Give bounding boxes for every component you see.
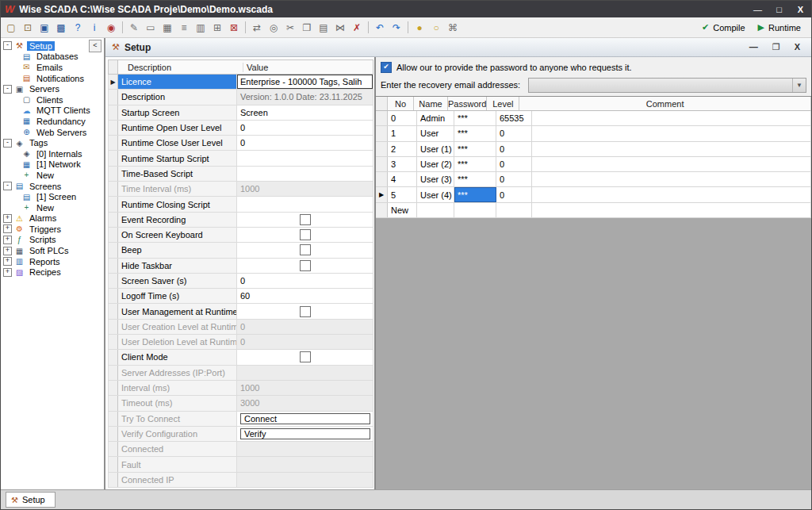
expand-expander-icon[interactable]: + <box>3 247 12 255</box>
user-cell-level[interactable]: 0 <box>496 157 532 171</box>
user-cell-password[interactable]: *** <box>454 142 496 156</box>
user-row[interactable]: 4User (3)***0 <box>376 172 811 187</box>
status-tab-setup[interactable]: ⚒ Setup <box>6 492 56 508</box>
user-cell-name[interactable]: User (2) <box>417 157 454 171</box>
save-icon[interactable]: ▣ <box>36 20 52 35</box>
property-checkbox[interactable] <box>300 306 311 317</box>
user-cell-comment[interactable] <box>532 126 811 140</box>
description-column-header[interactable]: Description <box>118 63 243 72</box>
sidebar-item-screens-new[interactable]: +New <box>1 202 104 213</box>
rectangle-tool-icon[interactable]: ▭ <box>143 20 159 35</box>
sidebar-item-screen-1[interactable]: ▤[1] Screen <box>1 191 104 202</box>
user-cell-name[interactable] <box>417 203 454 217</box>
zoom-icon[interactable]: ◎ <box>266 20 282 35</box>
sidebar-item-reports[interactable]: +▥Reports <box>1 256 104 267</box>
user-cell-name[interactable]: User (1) <box>417 142 454 156</box>
sidebar-item-mqtt-clients[interactable]: ☁MQTT Clients <box>1 105 104 117</box>
info-icon[interactable]: i <box>86 20 102 35</box>
panel-close-button[interactable]: X <box>795 42 800 52</box>
property-value[interactable]: 0 <box>237 136 373 150</box>
property-value[interactable] <box>237 213 373 227</box>
user-cell-name[interactable]: User (4) <box>417 187 454 201</box>
network-icon[interactable]: ⌘ <box>445 20 461 35</box>
user-row[interactable]: 2User (1)***0 <box>376 142 811 157</box>
sidebar-item-alarms[interactable]: +⚠Alarms <box>1 213 104 224</box>
user-cell-no[interactable]: 5 <box>388 187 417 201</box>
sidebar-collapse-button[interactable]: < <box>89 40 102 52</box>
user-cell-name[interactable]: Admin <box>417 111 454 125</box>
user-cell-level[interactable]: 0 <box>496 142 532 156</box>
property-value[interactable] <box>237 151 373 165</box>
user-row[interactable]: ▶5User (4)***0 <box>376 187 811 202</box>
align-left-icon[interactable]: ≡ <box>176 20 192 35</box>
user-cell-level[interactable] <box>496 203 532 217</box>
sidebar-item-scripts[interactable]: +ƒScripts <box>1 235 104 246</box>
user-cell-comment[interactable] <box>532 157 811 171</box>
user-col-header-password[interactable]: Password <box>448 97 487 110</box>
sidebar-item-triggers[interactable]: +⚙Triggers <box>1 224 104 235</box>
property-value[interactable]: 60 <box>237 289 373 303</box>
user-cell-no[interactable]: 3 <box>388 157 417 171</box>
sidebar-item-internals[interactable]: ◈[0] Internals <box>1 148 104 159</box>
property-checkbox[interactable] <box>300 351 311 362</box>
user-cell-no[interactable]: New <box>388 203 417 217</box>
user-cell-level[interactable]: 65535 <box>496 111 532 125</box>
user-cell-name[interactable]: User (3) <box>417 172 454 186</box>
property-value[interactable] <box>237 304 373 318</box>
property-checkbox[interactable] <box>300 229 311 240</box>
property-value[interactable]: Screen <box>237 105 373 120</box>
property-value[interactable] <box>237 197 373 211</box>
sidebar-item-clients[interactable]: ▢Clients <box>1 94 104 105</box>
property-value[interactable] <box>237 259 373 273</box>
user-row[interactable]: 0Admin***65535 <box>376 111 811 126</box>
user-cell-level[interactable]: 0 <box>496 172 532 186</box>
collapse-expander-icon[interactable]: - <box>3 139 12 148</box>
delete-icon[interactable]: ✗ <box>349 20 365 35</box>
user-cell-comment[interactable] <box>532 111 811 125</box>
minimize-button[interactable]: — <box>747 1 768 17</box>
user-cell-level[interactable]: 0 <box>496 187 532 201</box>
cut-icon[interactable]: ✂ <box>282 20 298 35</box>
user-cell-no[interactable]: 4 <box>388 172 417 186</box>
property-value[interactable]: Connect <box>237 412 373 426</box>
user-col-header-name[interactable]: Name <box>414 97 448 110</box>
property-value[interactable]: Enterprise - 100000 Tags, Salih <box>237 75 373 89</box>
property-checkbox[interactable] <box>300 244 311 255</box>
image-tool-icon[interactable]: ▦ <box>159 20 175 35</box>
save-all-icon[interactable]: ▩ <box>53 20 69 35</box>
recovery-email-combobox[interactable]: ▼ <box>528 78 806 93</box>
sidebar-item-tags-new[interactable]: +New <box>1 170 104 181</box>
user-cell-no[interactable]: 1 <box>388 126 417 140</box>
collapse-expander-icon[interactable]: - <box>3 85 12 94</box>
property-value[interactable]: Verify <box>237 427 373 441</box>
sidebar-item-emails[interactable]: ✉Emails <box>1 62 104 73</box>
user-cell-no[interactable]: 2 <box>388 142 417 156</box>
user-cell-comment[interactable] <box>532 187 811 201</box>
sidebar-item-screens[interactable]: -▤Screens <box>1 181 104 192</box>
redo-icon[interactable]: ↷ <box>389 20 404 35</box>
property-checkbox[interactable] <box>300 260 311 271</box>
sidebar-item-redundancy[interactable]: ▦Redundancy <box>1 116 104 127</box>
new-icon[interactable]: ▢ <box>3 20 19 35</box>
property-checkbox[interactable] <box>300 214 311 225</box>
verify-button[interactable]: Verify <box>240 428 370 439</box>
runtime-button[interactable]: ▶ Runtime <box>758 22 801 33</box>
user-row-new[interactable]: New <box>376 203 811 218</box>
user-cell-password[interactable]: *** <box>454 126 496 140</box>
property-value[interactable] <box>237 243 373 257</box>
user-cell-password[interactable]: *** <box>454 187 496 201</box>
user-cell-comment[interactable] <box>532 172 811 186</box>
expand-expander-icon[interactable]: + <box>3 236 12 244</box>
help-icon[interactable]: ? <box>70 20 86 35</box>
expand-expander-icon[interactable]: + <box>3 257 12 266</box>
user-cell-name[interactable]: User <box>417 126 454 140</box>
columns-icon[interactable]: ▥ <box>193 20 209 35</box>
allow-password-checkbox[interactable]: ✔ <box>381 62 392 73</box>
sidebar-item-soft-plcs[interactable]: +▦Soft PLCs <box>1 245 104 256</box>
expand-expander-icon[interactable]: + <box>3 268 12 277</box>
user-cell-comment[interactable] <box>532 142 811 156</box>
user-col-header-level[interactable]: Level <box>487 97 519 110</box>
maximize-button[interactable]: □ <box>768 1 790 17</box>
connect-button[interactable]: Connect <box>240 413 370 424</box>
expand-expander-icon[interactable]: + <box>3 214 12 223</box>
